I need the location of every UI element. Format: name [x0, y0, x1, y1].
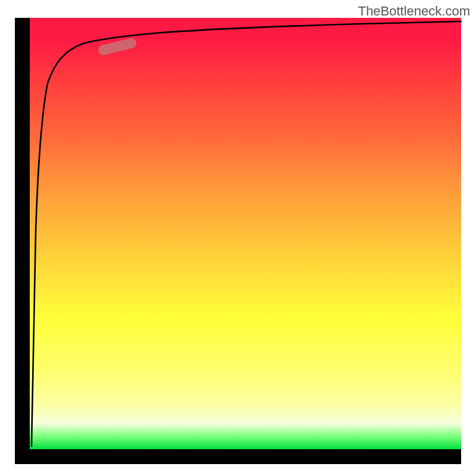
- chart-container: TheBottleneck.com: [0, 0, 476, 476]
- curve-layer: [30, 18, 461, 449]
- main-curve: [32, 21, 461, 446]
- attribution-text: TheBottleneck.com: [358, 4, 470, 19]
- plot-frame: [15, 18, 461, 464]
